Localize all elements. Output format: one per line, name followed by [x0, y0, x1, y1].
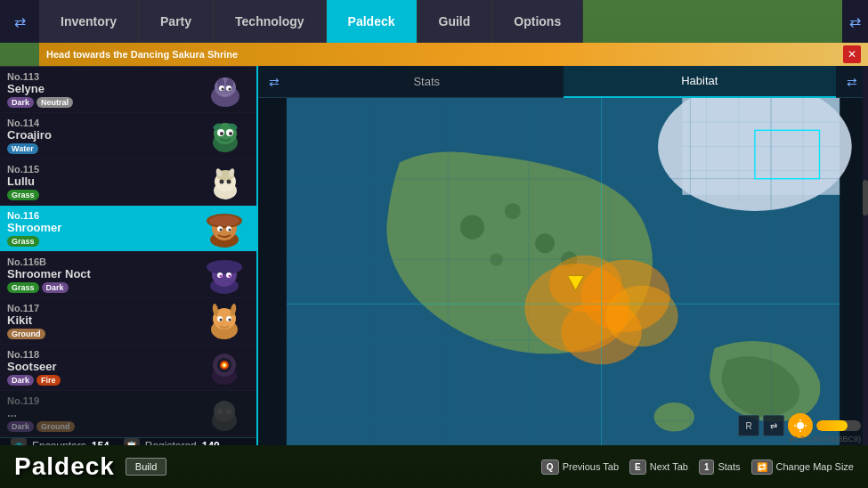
type-ground-badge: Ground	[7, 329, 45, 339]
main-content: No.113 Selyne Dark Neutral	[0, 66, 868, 445]
svg-point-7	[228, 87, 231, 90]
type-badges-115: Grass	[7, 190, 200, 200]
next-tab-label: Next Tab	[650, 461, 688, 472]
pal-image-115	[200, 162, 249, 202]
map-area[interactable]: R ⇄	[258, 98, 868, 445]
pal-info-115: No.115 Lullu Grass	[7, 164, 200, 200]
stats-control: 1 Stats	[699, 460, 741, 475]
svg-point-43	[229, 319, 231, 321]
pal-info-117: No.117 Kikit Ground	[7, 303, 200, 339]
svg-point-67	[505, 203, 521, 219]
type-badges-119: Dark Ground	[7, 421, 200, 432]
svg-point-13	[229, 132, 232, 135]
svg-point-54	[217, 409, 223, 414]
svg-point-66	[460, 216, 484, 240]
quest-text: Head towards the Dancing Sakura Shrine	[46, 49, 238, 60]
type-badges-118: Dark Fire	[7, 375, 200, 386]
tab-options[interactable]: Options	[492, 0, 583, 43]
svg-point-91	[797, 422, 804, 429]
map-swap-button[interactable]: ⇄	[258, 66, 290, 98]
svg-point-68	[535, 233, 555, 253]
type-dark-badge: Dark	[7, 421, 34, 432]
type-grass-badge: Grass	[7, 190, 39, 200]
pal-image-113	[200, 69, 249, 110]
type-neutral-badge: Neutral	[37, 97, 73, 108]
stats-label: Stats	[718, 461, 740, 472]
pal-entry-118[interactable]: No.118 Sootseer Dark Fire	[0, 345, 256, 391]
svg-point-71	[654, 403, 694, 432]
type-dark-badge: Dark	[42, 282, 69, 293]
pal-image-114	[200, 116, 249, 156]
tab-paldeck[interactable]: Paldeck	[327, 0, 418, 43]
svg-point-37	[229, 275, 231, 278]
type-badges-116: Grass	[7, 236, 200, 247]
svg-point-26	[209, 216, 239, 226]
pal-info-116: No.116 Shroomer Grass	[7, 210, 200, 247]
prev-tab-label: Previous Tab	[563, 461, 619, 472]
type-fire-badge: Fire	[37, 375, 61, 386]
map-panel: ⇄ Stats Habitat ⇄	[258, 66, 868, 445]
nav-swap-icon2[interactable]: ⇄	[849, 13, 861, 30]
svg-point-55	[226, 409, 231, 414]
svg-point-6	[221, 87, 223, 90]
pal-entry-119[interactable]: No.119 ... Dark Ground	[0, 391, 256, 437]
paldeck-list: No.113 Selyne Dark Neutral	[0, 66, 258, 445]
type-badges-117: Ground	[7, 329, 200, 339]
version-text: v0.3.3.55731(6BC9)	[789, 435, 861, 443]
1-key[interactable]: 1	[699, 460, 715, 475]
pal-info-116b: No.116B Shroomer Noct Grass Dark	[7, 256, 200, 293]
change-map-label: Change Map Size	[776, 461, 854, 472]
pal-image-118	[200, 347, 249, 387]
pal-entry-113[interactable]: No.113 Selyne Dark Neutral	[0, 67, 256, 113]
svg-point-36	[220, 275, 223, 278]
svg-point-51	[223, 364, 226, 367]
pal-entry-116[interactable]: No.116 Shroomer Grass	[0, 206, 256, 252]
tab-guild[interactable]: Guild	[418, 0, 493, 43]
type-ground-badge: Ground	[37, 421, 75, 432]
nav-swap-button[interactable]: ⇄	[0, 0, 39, 43]
svg-point-19	[219, 179, 223, 183]
tab-inventory[interactable]: Inventory	[39, 0, 139, 43]
bottom-bar: Paldeck Build Q Previous Tab E Next Tab …	[0, 445, 868, 488]
svg-point-86	[549, 256, 622, 312]
bottom-stats-bar: 👁 Encounters 154 📋 Registered 149	[0, 437, 256, 445]
pal-info-114: No.114 Croajiro Water	[7, 118, 200, 154]
next-tab-control: E Next Tab	[629, 460, 688, 475]
tab-party[interactable]: Party	[139, 0, 214, 43]
type-grass-badge: Grass	[7, 282, 39, 293]
svg-point-53	[214, 401, 235, 422]
pal-info-118: No.118 Sootseer Dark Fire	[7, 349, 200, 386]
type-badges-114: Water	[7, 143, 200, 154]
type-badges-116b: Grass Dark	[7, 282, 200, 293]
type-grass-badge: Grass	[7, 236, 39, 247]
bottom-controls: Q Previous Tab E Next Tab 1 Stats 🔁 Chan…	[541, 460, 854, 475]
e-key[interactable]: E	[629, 460, 646, 475]
pal-image-116b	[200, 255, 249, 295]
type-dark-badge: Dark	[7, 97, 34, 108]
quest-bar: Head towards the Dancing Sakura Shrine ✕	[39, 43, 868, 66]
svg-point-29	[220, 229, 223, 232]
tab-stats[interactable]: Stats	[290, 66, 564, 98]
svg-point-33	[207, 260, 242, 274]
q-key[interactable]: Q	[541, 460, 559, 475]
pal-image-116	[200, 208, 249, 248]
svg-point-12	[220, 132, 223, 135]
map-tabs: ⇄ Stats Habitat ⇄	[258, 66, 868, 98]
tab-habitat[interactable]: Habitat	[564, 66, 837, 98]
pal-entry-115[interactable]: No.115 Lullu Grass	[0, 159, 256, 206]
map-reset-button[interactable]: R	[738, 415, 759, 436]
pal-entry-114[interactable]: No.114 Croajiro Water	[0, 113, 256, 159]
pal-entry-116b[interactable]: No.116B Shroomer Noct Grass Dark	[0, 252, 256, 298]
tab-technology[interactable]: Technology	[214, 0, 327, 43]
refresh-key[interactable]: 🔁	[751, 460, 773, 475]
type-badges-113: Dark Neutral	[7, 97, 200, 108]
svg-point-1	[215, 77, 236, 97]
map-swap-overlay-button[interactable]: ⇄	[763, 415, 784, 436]
quest-close-button[interactable]: ✕	[843, 45, 861, 63]
page-title: Paldeck	[14, 452, 115, 481]
pal-info-113: No.113 Selyne Dark Neutral	[7, 71, 200, 108]
build-button[interactable]: Build	[126, 458, 166, 476]
pal-image-119	[200, 394, 249, 434]
nav-right-controls: ⇄	[842, 0, 868, 43]
pal-entry-117[interactable]: No.117 Kikit Ground	[0, 298, 256, 345]
